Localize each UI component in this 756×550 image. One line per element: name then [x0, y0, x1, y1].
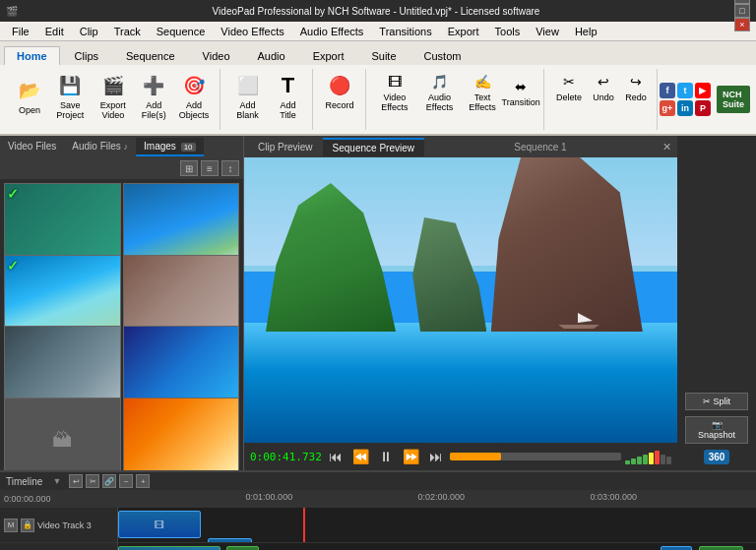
- tab-custom[interactable]: Custom: [411, 46, 474, 65]
- menu-view[interactable]: View: [528, 24, 567, 39]
- menu-sequence[interactable]: Sequence: [149, 24, 214, 39]
- ribbon-record-buttons: 🔴Record: [321, 69, 359, 113]
- social-icons: f t ▶ g+ in P: [660, 83, 711, 116]
- twitter-icon[interactable]: t: [677, 83, 693, 98]
- text-effects-button[interactable]: ✍Text Effects: [464, 69, 501, 114]
- googleplus-icon[interactable]: g+: [660, 100, 675, 116]
- vol-seg-3: [637, 457, 642, 464]
- ribbon-group-edit: ✂Delete ↩Undo ↪Redo: [546, 69, 658, 130]
- add-blank-button[interactable]: ⬜Add Blank: [228, 69, 268, 123]
- addfiles-label: Add File(s): [141, 100, 166, 120]
- step-back-button[interactable]: ⏪: [349, 449, 372, 464]
- preview-close-button[interactable]: ✕: [657, 141, 677, 153]
- track2-clip-1[interactable]: [118, 546, 220, 550]
- vol-seg-8: [666, 457, 671, 464]
- tab-clips[interactable]: Clips: [62, 46, 111, 65]
- track-undo-button[interactable]: ↩: [69, 474, 83, 488]
- track-split-button[interactable]: ✂: [86, 474, 99, 488]
- track-link-button[interactable]: 🔗: [102, 474, 116, 488]
- title-bar: 🎬 VideoPad Professional by NCH Software …: [0, 0, 756, 22]
- record-button[interactable]: 🔴Record: [321, 69, 359, 113]
- menu-export[interactable]: Export: [440, 24, 487, 39]
- menu-audio-effects[interactable]: Audio Effects: [292, 24, 372, 39]
- save-project-button[interactable]: 💾Save Project: [50, 69, 91, 123]
- menu-transitions[interactable]: Transitions: [371, 24, 439, 39]
- menu-tools[interactable]: Tools: [487, 24, 529, 39]
- track-zoom-out-button[interactable]: −: [119, 474, 133, 488]
- menu-clip[interactable]: Clip: [72, 24, 106, 39]
- menu-track[interactable]: Track: [106, 24, 149, 39]
- tab-export[interactable]: Export: [300, 46, 357, 65]
- preview-image: [244, 157, 677, 443]
- track2-clip-2[interactable]: [226, 546, 258, 550]
- tab-sequence[interactable]: Sequence: [113, 46, 188, 65]
- menu-help[interactable]: Help: [567, 24, 605, 39]
- split-button[interactable]: ✂ Split: [685, 393, 748, 410]
- go-end-button[interactable]: ⏭: [426, 449, 446, 464]
- media-sort-button[interactable]: ↕: [221, 160, 239, 176]
- step-forward-button[interactable]: ⏩: [400, 449, 422, 464]
- maximize-button[interactable]: □: [734, 4, 750, 18]
- tab-home[interactable]: Home: [4, 46, 60, 65]
- add-title-button[interactable]: TAdd Title: [271, 69, 306, 123]
- pinterest-icon[interactable]: P: [695, 100, 711, 116]
- vol-seg-6: [655, 451, 660, 464]
- progress-bar[interactable]: [450, 453, 621, 460]
- open-button[interactable]: 📂Open: [12, 74, 47, 118]
- add-files-button[interactable]: ➕Add File(s): [136, 69, 171, 123]
- tab-video-files[interactable]: Video Files: [0, 138, 64, 156]
- export-video-button[interactable]: 🎬Export Video: [94, 69, 134, 123]
- menu-edit[interactable]: Edit: [37, 24, 72, 39]
- tab-suite[interactable]: Suite: [358, 46, 409, 65]
- undo-button[interactable]: ↩Undo: [589, 69, 618, 104]
- delete-icon: ✂: [558, 71, 580, 92]
- redo-button[interactable]: ↪Redo: [621, 69, 651, 104]
- go-start-button[interactable]: ⏮: [326, 449, 346, 464]
- tab-audio-files[interactable]: Audio Files ♪: [64, 138, 136, 156]
- track-label-video2: M 🔒 Video Track 2: [0, 543, 118, 550]
- delete-button[interactable]: ✂Delete: [552, 69, 586, 104]
- track2-content[interactable]: FX: [118, 543, 756, 550]
- track3-content[interactable]: 🎞 🎞 🎞 🎞: [118, 508, 756, 542]
- vol-seg-1: [625, 460, 630, 464]
- tab-clip-preview[interactable]: Clip Preview: [248, 139, 323, 155]
- youtube-icon[interactable]: ▶: [695, 83, 711, 98]
- track2-clip-3[interactable]: FX: [661, 546, 692, 550]
- track3-lock-button[interactable]: 🔒: [21, 519, 34, 532]
- track-zoom-in-button[interactable]: +: [136, 474, 150, 488]
- nch-suite-button[interactable]: NCH Suite: [717, 86, 750, 113]
- media-thumb-7[interactable]: 🏔: [4, 397, 121, 471]
- facebook-icon[interactable]: f: [660, 83, 675, 98]
- vol-seg-7: [661, 455, 665, 464]
- add-objects-button[interactable]: 🎯Add Objects: [174, 69, 213, 123]
- track3-clip-2[interactable]: 🎞: [208, 538, 252, 542]
- tab-images[interactable]: Images 10: [136, 138, 203, 156]
- redo-label: Redo: [625, 92, 647, 102]
- track3-clip-1[interactable]: 🎞: [118, 511, 201, 538]
- volume-area: [625, 449, 671, 464]
- play-button[interactable]: ⏸: [376, 449, 396, 464]
- audio-effects-button[interactable]: 🎵Audio Effects: [418, 69, 461, 114]
- main-area: Video Files Audio Files ♪ Images 10 ⊞ ≡ …: [0, 136, 756, 470]
- video-effects-button[interactable]: 🎞Video Effects: [374, 69, 416, 114]
- snapshot-button[interactable]: 📷 Snapshot: [685, 416, 748, 444]
- media-view-grid-button[interactable]: ⊞: [180, 160, 198, 176]
- media-thumb-8[interactable]: [123, 397, 240, 471]
- water: [244, 323, 677, 443]
- save-icon: 💾: [56, 72, 84, 99]
- track3-mute-button[interactable]: M: [4, 519, 18, 532]
- media-view-list-button[interactable]: ≡: [201, 160, 219, 176]
- close-button[interactable]: ×: [734, 18, 750, 31]
- menu-video-effects[interactable]: Video Effects: [213, 24, 291, 39]
- track2-clip-4[interactable]: [699, 546, 743, 550]
- 360-button[interactable]: 360: [704, 450, 730, 464]
- tab-video[interactable]: Video: [190, 46, 243, 65]
- menu-file[interactable]: File: [4, 24, 37, 39]
- tab-sequence-preview[interactable]: Sequence Preview: [323, 138, 424, 156]
- timemark-3: 0:03:00.000: [591, 492, 638, 502]
- ribbon: Home Clips Sequence Video Audio Export S…: [0, 41, 756, 136]
- addtitle-label: Add Title: [276, 100, 301, 120]
- transition-button[interactable]: ⬌Transition: [504, 74, 537, 109]
- tab-audio[interactable]: Audio: [245, 46, 298, 65]
- linkedin-icon[interactable]: in: [677, 100, 693, 116]
